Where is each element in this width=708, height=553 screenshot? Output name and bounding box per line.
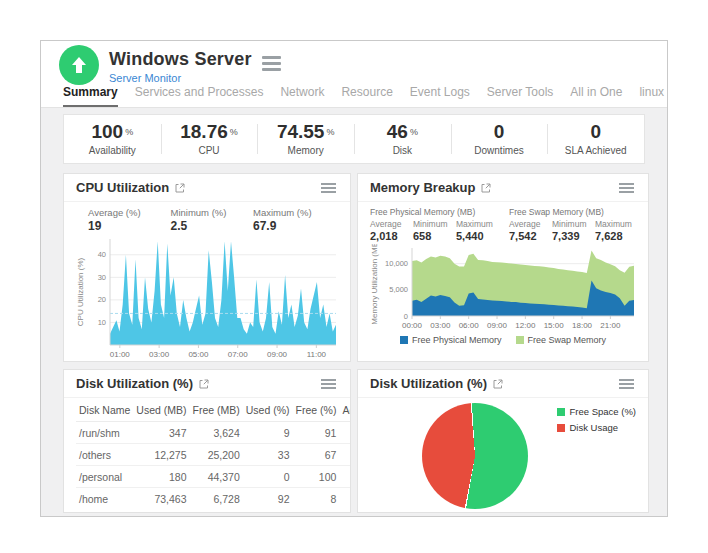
legend-label: Free Swap Memory <box>528 335 607 345</box>
summary-stat-availability: 100%Availability <box>64 115 161 163</box>
tab-all-in-one[interactable]: All in One <box>570 85 622 108</box>
tab-summary[interactable]: Summary <box>63 85 118 108</box>
cell-free: 100 <box>293 466 340 488</box>
memory-stat-value: 2,018 <box>370 230 413 242</box>
cell-used: 92 <box>243 488 293 510</box>
stat-label: Downtimes <box>474 145 523 156</box>
disk-table-panel-menu-icon[interactable] <box>319 377 338 391</box>
cell-disk-name: /run/shm <box>76 422 133 444</box>
tab-server-tools[interactable]: Server Tools <box>487 85 553 108</box>
svg-text:CPU Utilization (%): CPU Utilization (%) <box>76 257 85 326</box>
table-row: /home73,4636,728928✎ <box>76 488 351 510</box>
summary-stat-memory: 74.55%Memory <box>257 115 354 163</box>
legend-swatch <box>400 336 408 344</box>
memory-stat-group-free-physical-memory-mb: Free Physical Memory (MB)Average2,018Min… <box>370 207 499 242</box>
cell-free-mb: 25,200 <box>190 444 243 466</box>
legend-free-swap-memory: Free Swap Memory <box>516 335 607 345</box>
stat-value: 74.55% <box>277 122 335 141</box>
stat-label: Memory <box>288 145 324 156</box>
cell-free: 67 <box>293 444 340 466</box>
dashboard-header: Windows Server Server Monitor SummarySer… <box>41 41 667 108</box>
disk-pie-panel-menu-icon[interactable] <box>617 377 636 391</box>
external-link-icon[interactable] <box>493 379 503 389</box>
disk-pie-chart[interactable] <box>422 403 528 509</box>
col-header-used: Used (%) <box>243 398 293 422</box>
disk-utilization-table: Disk NameUsed (MB)Free (MB)Used (%)Free … <box>76 398 351 509</box>
memory-stat-label: Minimum <box>552 219 595 229</box>
tab-event-logs[interactable]: Event Logs <box>410 85 470 108</box>
cpu-panel-title: CPU Utilization <box>76 180 169 195</box>
memory-stacked-chart[interactable]: 05,00010,000Memory Utilization (MB)00:00… <box>358 244 648 334</box>
stat-unit: % <box>230 127 238 137</box>
legend-label: Disk Usage <box>569 422 618 433</box>
memory-panel-title: Memory Breakup <box>370 180 475 195</box>
memory-stat-value: 7,339 <box>552 230 595 242</box>
svg-text:40: 40 <box>98 250 106 259</box>
memory-panel-menu-icon[interactable] <box>617 181 636 195</box>
monitor-status-icon <box>59 45 99 85</box>
memory-group-title: Free Physical Memory (MB) <box>370 207 499 217</box>
cell-free: 8 <box>293 488 340 510</box>
svg-text:12:00: 12:00 <box>515 321 536 330</box>
cpu-stat-minimum: Minimum (%)2.5 <box>171 207 254 233</box>
external-link-icon[interactable] <box>481 183 491 193</box>
col-header-free: Free (%) <box>293 398 340 422</box>
table-row: /run/shm3473,624991✎ <box>76 422 351 444</box>
memory-panel-header: Memory Breakup <box>358 174 648 202</box>
disk-pie-body: Free Space (%)Disk Usage <box>358 398 648 512</box>
external-link-icon[interactable] <box>199 379 209 389</box>
external-link-icon[interactable] <box>175 183 185 193</box>
cell-used-mb: 180 <box>133 466 189 488</box>
svg-text:06:00: 06:00 <box>459 321 480 330</box>
memory-stat-minimum: Minimum7,339 <box>552 219 595 242</box>
memory-stat-value: 7,542 <box>509 230 552 242</box>
cpu-stat-value: 67.9 <box>253 219 336 233</box>
cell-free: 91 <box>293 422 340 444</box>
col-header-action: Action <box>339 398 351 422</box>
disk-table-panel-title: Disk Utilization (%) <box>76 376 193 391</box>
svg-text:05:00: 05:00 <box>188 350 209 359</box>
memory-group-cols: Average7,542Minimum7,339Maximum7,628 <box>509 219 638 242</box>
tab-resource[interactable]: Resource <box>341 85 392 108</box>
legend-swatch <box>557 424 565 432</box>
tab-linux-mo[interactable]: linux mo <box>639 85 667 108</box>
disk-pie-legend: Free Space (%)Disk Usage <box>557 406 636 433</box>
cell-action: ✎ <box>339 466 351 488</box>
disk-pie-panel-header: Disk Utilization (%) <box>358 370 648 398</box>
table-row: /personal18044,3700100✎ <box>76 466 351 488</box>
col-header-disk-name: Disk Name <box>76 398 133 422</box>
disk-pie-panel: Disk Utilization (%) Free Space (%)Disk … <box>357 369 649 513</box>
cell-used-mb: 12,275 <box>133 444 189 466</box>
cpu-stat-average: Average (%)19 <box>88 207 171 233</box>
cell-free-mb: 44,370 <box>190 466 243 488</box>
dashboard-content: 100%Availability18.76%CPU74.55%Memory46%… <box>41 108 667 516</box>
svg-text:01:00: 01:00 <box>110 350 131 359</box>
cpu-area-chart[interactable]: 10203040CPU Utilization (%)01:0003:0005:… <box>64 235 350 362</box>
stat-label: Disk <box>393 145 412 156</box>
cpu-panel-menu-icon[interactable] <box>319 181 338 195</box>
memory-stat-value: 5,440 <box>456 230 499 242</box>
col-header-used-mb: Used (MB) <box>133 398 189 422</box>
svg-text:03:00: 03:00 <box>430 321 451 330</box>
tab-services-and-processes[interactable]: Services and Processes <box>135 85 264 108</box>
title-menu-icon[interactable] <box>262 56 281 71</box>
memory-stat-value: 658 <box>413 230 456 242</box>
cell-used: 9 <box>243 422 293 444</box>
summary-stat-sla-achieved: 0SLA Achieved <box>547 115 644 163</box>
memory-stat-label: Maximum <box>456 219 499 229</box>
memory-group-cols: Average2,018Minimum658Maximum5,440 <box>370 219 499 242</box>
stat-unit: % <box>326 127 334 137</box>
monitor-dashboard-card: Windows Server Server Monitor SummarySer… <box>40 40 668 517</box>
svg-text:10: 10 <box>98 318 106 327</box>
table-row: /others12,27525,2003367✎ <box>76 444 351 466</box>
memory-stat-value: 7,628 <box>595 230 638 242</box>
monitor-type-link[interactable]: Server Monitor <box>109 72 181 84</box>
svg-text:5,000: 5,000 <box>389 285 408 294</box>
stat-unit: % <box>410 127 418 137</box>
panel-grid: CPU Utilization Average (%)19Minimum (%)… <box>63 173 645 513</box>
stat-label: Availability <box>89 145 136 156</box>
tab-network[interactable]: Network <box>280 85 324 108</box>
cell-action: ✎ <box>339 444 351 466</box>
stat-value: 46% <box>387 122 418 141</box>
svg-text:09:00: 09:00 <box>487 321 508 330</box>
